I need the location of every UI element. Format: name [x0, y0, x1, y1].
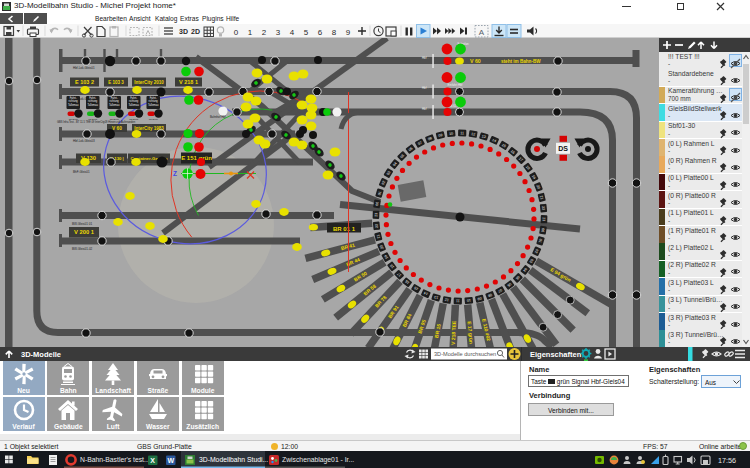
svg-text:Einfahrt Hbf: Einfahrt Hbf — [448, 83, 463, 87]
svg-text:Tal-Berg: Tal-Berg — [149, 118, 159, 121]
svg-text:V 60: V 60 — [112, 126, 122, 131]
svg-text:X: X — [150, 457, 155, 464]
svg-text:Fahrt-: Fahrt- — [111, 96, 118, 100]
svg-text:Z: Z — [173, 170, 177, 177]
svg-text:V 200 1: V 200 1 — [74, 229, 95, 235]
svg-text:3D-Modelle: 3D-Modelle — [21, 350, 61, 359]
svg-text:Hbf ←: Hbf ← — [422, 56, 430, 60]
svg-text:BW-Gleis01-02: BW-Gleis01-02 — [72, 247, 93, 251]
svg-text:Hbf-Lok-Gleis01: Hbf-Lok-Gleis01 — [73, 66, 95, 70]
svg-text:BhF-Gleis01: BhF-Gleis01 — [73, 170, 90, 174]
svg-text:Hbf ←: Hbf ← — [422, 86, 430, 90]
svg-text:BR 01 1: BR 01 1 — [333, 226, 356, 232]
svg-text:Fahrt-: Fahrt- — [70, 96, 77, 100]
svg-text:richtung: richtung — [149, 99, 159, 103]
svg-text:Tal-Berg: Tal-Berg — [88, 118, 98, 121]
svg-text:Tal-Berg: Tal-Berg — [69, 118, 79, 121]
svg-text:richtung: richtung — [88, 99, 98, 103]
svg-text:3D-Modellbahn Studi...: 3D-Modellbahn Studi... — [199, 456, 268, 463]
svg-text:Tallemau: Tallemau — [68, 103, 79, 107]
svg-text:InterCity 2010: InterCity 2010 — [134, 80, 164, 85]
svg-text:E 103 3: E 103 3 — [108, 80, 124, 85]
svg-text:Tallemau: Tallemau — [129, 103, 140, 107]
svg-text:V 218 1: V 218 1 — [179, 79, 198, 85]
svg-text:richtung: richtung — [129, 99, 139, 103]
svg-text:Tallemau: Tallemau — [88, 103, 99, 107]
svg-text:Fahrt-: Fahrt- — [130, 96, 137, 100]
svg-text:DS: DS — [558, 145, 568, 152]
svg-text:V 60: V 60 — [470, 58, 481, 64]
svg-text:12: 12 — [471, 132, 476, 137]
svg-text:3D: 3D — [179, 28, 188, 35]
svg-text:23: 23 — [374, 213, 378, 217]
svg-text:2: 2 — [262, 28, 267, 37]
svg-text:6: 6 — [318, 28, 323, 37]
svg-text:Hbf-Lok-Gleis03: Hbf-Lok-Gleis03 — [73, 139, 95, 143]
svg-text:richtung: richtung — [69, 99, 79, 103]
svg-text:11: 11 — [456, 299, 460, 303]
svg-text:E 151 grün: E 151 grün — [181, 155, 212, 161]
svg-text:10: 10 — [467, 298, 471, 302]
svg-text:1: 1 — [248, 28, 253, 37]
svg-text:Tal-Berg: Tal-Berg — [129, 118, 139, 121]
svg-text:3: 3 — [276, 28, 281, 37]
svg-text:Fahrt-: Fahrt- — [150, 96, 157, 100]
svg-text:9: 9 — [346, 28, 351, 37]
svg-text:steht im Bahn-BW: steht im Bahn-BW — [501, 59, 541, 64]
svg-text:00: 00 — [375, 202, 380, 207]
svg-text:8: 8 — [332, 28, 337, 37]
svg-text:22: 22 — [541, 206, 545, 210]
svg-text:22: 22 — [375, 224, 379, 228]
svg-text:Hbf ←: Hbf ← — [422, 107, 430, 111]
svg-text:10: 10 — [449, 132, 453, 136]
svg-text:0: 0 — [234, 28, 239, 37]
svg-text:2D: 2D — [191, 28, 200, 35]
svg-text:23: 23 — [542, 217, 546, 221]
svg-text:4: 4 — [290, 28, 295, 37]
svg-text:17:56: 17:56 — [718, 456, 736, 465]
svg-text:Fahrt-: Fahrt- — [89, 96, 96, 100]
svg-text:Zwischenablage01 - Ir...: Zwischenablage01 - Ir... — [282, 456, 354, 464]
svg-text:Tal-Berg: Tal-Berg — [110, 118, 120, 121]
svg-text:E 103 2: E 103 2 — [75, 79, 94, 85]
svg-text:5: 5 — [304, 28, 309, 37]
svg-text:A: A — [479, 28, 485, 37]
svg-text:richtung: richtung — [110, 99, 120, 103]
svg-text:3D-Modelle durchsuchen: 3D-Modelle durchsuchen — [434, 351, 496, 357]
svg-text:Eigenschaften: Eigenschaften — [530, 350, 582, 359]
svg-text:W: W — [167, 457, 174, 464]
svg-text:N-Bahn-Bastler's test...: N-Bahn-Bastler's test... — [80, 456, 150, 463]
svg-text:00: 00 — [540, 228, 545, 233]
svg-text:Tallemau: Tallemau — [109, 103, 120, 107]
svg-text:11: 11 — [460, 131, 464, 135]
svg-text:Tallemau: Tallemau — [148, 103, 159, 107]
svg-text:BW-Gleis01 01: BW-Gleis01 01 — [72, 222, 92, 226]
svg-text:12: 12 — [445, 297, 450, 302]
